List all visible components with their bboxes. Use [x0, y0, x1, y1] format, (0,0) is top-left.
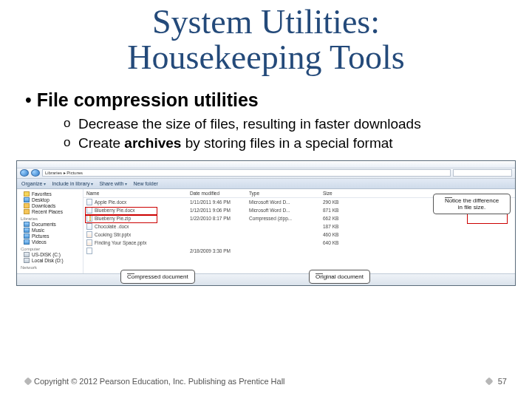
disk-icon: [24, 252, 30, 257]
col-type: Type: [249, 191, 323, 196]
highlight-box-zip: [85, 215, 157, 223]
callout-text: Compressed document: [127, 273, 188, 280]
callout-compressed: Compressed document: [120, 270, 195, 284]
sidebar-label: Local Disk (D:): [32, 258, 64, 263]
file-name: Apple Pie.docx: [95, 200, 126, 205]
toolbar-organize: Organize ▾: [21, 181, 46, 186]
toolbar-share-label: Share with: [99, 181, 123, 186]
toolbar-newfolder: New folder: [133, 181, 157, 186]
chevron-down-icon: ▾: [91, 181, 93, 186]
file-icon: [86, 248, 92, 254]
file-name: Finding Your Space.pptx: [95, 240, 146, 245]
sidebar-label: Documents: [32, 222, 56, 227]
star-icon: [24, 191, 30, 197]
file-size: 460 KB: [323, 232, 367, 237]
window-titlebar: [17, 161, 515, 168]
folder-icon: [24, 209, 30, 214]
sidebar-disk-c: US-DISK (C:): [21, 252, 79, 257]
col-size: Size: [323, 191, 367, 196]
sidebar-label: Recent Places: [32, 209, 63, 214]
callout-text-line2: in file size.: [458, 204, 485, 211]
sidebar-label: Music: [32, 228, 44, 233]
library-icon: [24, 222, 30, 227]
file-date: 1/11/2011 9:46 PM: [190, 200, 249, 205]
sub2-pre: Create: [78, 135, 124, 151]
callout-original: Original document: [309, 270, 370, 284]
bullet-icon: [24, 377, 32, 385]
toolbar-include-label: Include in library: [52, 181, 89, 186]
explorer-toolbar: Organize ▾ Include in library ▾ Share wi…: [17, 179, 515, 189]
sidebar-downloads: Downloads: [21, 203, 79, 208]
slide-body: File compression utilities Decrease the …: [0, 76, 532, 153]
bullet-main: File compression utilities: [25, 89, 507, 111]
file-date: 2/18/2009 3:30 PM: [190, 248, 249, 253]
chevron-down-icon: ▾: [125, 181, 127, 186]
desktop-icon: [24, 197, 30, 202]
col-name: Name: [86, 191, 190, 196]
sub2-bold: archives: [124, 135, 181, 151]
sidebar-disk-d: Local Disk (D:): [21, 258, 79, 263]
sidebar-label: Pictures: [32, 233, 49, 239]
file-size: 871 KB: [323, 208, 367, 213]
file-icon: [86, 223, 92, 230]
file-size: 662 KB: [323, 216, 367, 221]
file-name: Chocolate .docx: [95, 224, 129, 229]
sidebar-label: Favorites: [32, 191, 52, 197]
file-size: 640 KB: [323, 240, 367, 245]
sidebar-desktop: Desktop: [21, 197, 79, 202]
file-size: 290 KB: [323, 200, 367, 205]
sidebar-label: US-DISK (C:): [32, 252, 61, 257]
callout-difference: Notice the difference in file size.: [433, 194, 511, 214]
file-icon: [86, 199, 92, 205]
sub-bullet-1: Decrease the size of files, resulting in…: [64, 115, 507, 134]
file-icon: [86, 239, 92, 246]
toolbar-share: Share with ▾: [99, 181, 127, 186]
file-type: Compressed (zipp...: [249, 216, 323, 221]
sidebar-computer: Computer: [21, 247, 79, 251]
copyright-line: Copyright © 2012 Pearson Education, Inc.…: [25, 377, 285, 386]
sidebar-favorites: Favorites: [21, 191, 79, 197]
sidebar-label: Downloads: [32, 203, 55, 208]
file-type: Microsoft Word D...: [249, 200, 323, 205]
page-number-text: 57: [498, 377, 507, 386]
toolbar-include: Include in library ▾: [52, 181, 93, 186]
bullet-icon: [485, 377, 493, 385]
table-row: Chocolate .docx187 KB: [83, 222, 515, 231]
sidebar-label: Desktop: [32, 197, 50, 202]
file-date: 1/22/2010 8:17 PM: [190, 216, 249, 221]
col-date: Date modified: [190, 191, 249, 196]
library-icon: [24, 228, 30, 233]
file-icon: [86, 231, 92, 238]
slide-footer: Copyright © 2012 Pearson Education, Inc.…: [25, 377, 507, 386]
search-field: [453, 169, 512, 177]
sidebar-videos: Videos: [21, 239, 79, 245]
explorer-sidebar: Favorites Desktop Downloads Recent Place…: [17, 189, 83, 273]
address-bar: Libraries ▸ Pictures: [17, 168, 515, 179]
table-row: 2/18/2009 3:30 PM: [83, 247, 515, 255]
page-number: 57: [486, 377, 507, 386]
table-row: Finding Your Space.pptx640 KB: [83, 239, 515, 247]
disk-icon: [24, 258, 30, 263]
highlight-box-original: [85, 207, 157, 215]
slide-title: System Utilities: Housekeeping Tools: [0, 0, 532, 76]
sub-bullet-2: Create archives by storing files in a sp…: [64, 134, 507, 153]
status-bar: [17, 273, 515, 285]
file-type: Microsoft Word D...: [249, 208, 323, 213]
table-row: Cooking Stir.pptx460 KB: [83, 231, 515, 239]
folder-icon: [24, 203, 30, 208]
title-line-1: System Utilities:: [152, 3, 380, 41]
file-size: 187 KB: [323, 224, 367, 229]
sidebar-network: Network: [21, 265, 79, 270]
library-icon: [24, 233, 30, 239]
chevron-down-icon: ▾: [44, 181, 46, 186]
sidebar-libraries: Libraries: [21, 216, 79, 221]
sidebar-documents: Documents: [21, 222, 79, 227]
sub2-post: by storing files in a special format: [181, 135, 392, 151]
explorer-screenshot: Libraries ▸ Pictures Organize ▾ Include …: [16, 160, 516, 286]
copyright-text: Copyright © 2012 Pearson Education, Inc.…: [34, 377, 285, 386]
breadcrumb: Libraries ▸ Pictures: [42, 169, 451, 177]
library-icon: [24, 239, 30, 245]
sidebar-pictures: Pictures: [21, 233, 79, 239]
file-name: Cooking Stir.pptx: [95, 232, 131, 237]
forward-button-icon: [31, 169, 40, 177]
